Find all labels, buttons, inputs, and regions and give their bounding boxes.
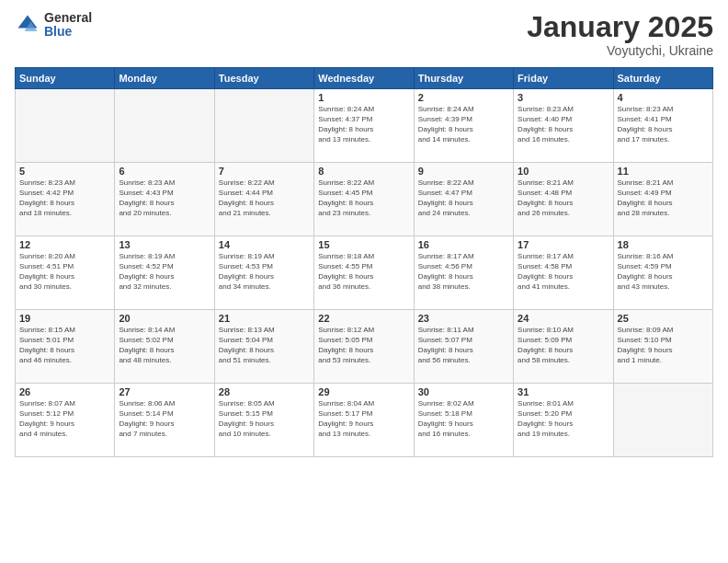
day-info: Sunrise: 8:21 AM Sunset: 4:48 PM Dayligh… <box>518 178 609 218</box>
day-number: 7 <box>219 166 310 177</box>
logo-blue: Blue <box>44 25 92 39</box>
day-info: Sunrise: 8:24 AM Sunset: 4:37 PM Dayligh… <box>318 105 409 144</box>
calendar-cell: 11Sunrise: 8:21 AM Sunset: 4:49 PM Dayli… <box>613 163 712 236</box>
col-wednesday: Wednesday <box>314 68 414 89</box>
day-number: 29 <box>318 386 409 397</box>
calendar-cell: 21Sunrise: 8:13 AM Sunset: 5:04 PM Dayli… <box>214 310 313 384</box>
day-number: 2 <box>418 92 509 103</box>
calendar-cell: 22Sunrise: 8:12 AM Sunset: 5:05 PM Dayli… <box>314 310 414 384</box>
day-number: 10 <box>518 166 609 177</box>
day-number: 8 <box>318 166 409 177</box>
calendar-cell: 7Sunrise: 8:22 AM Sunset: 4:44 PM Daylig… <box>214 163 313 236</box>
day-info: Sunrise: 8:09 AM Sunset: 5:10 PM Dayligh… <box>618 326 709 365</box>
col-tuesday: Tuesday <box>214 68 313 89</box>
day-info: Sunrise: 8:10 AM Sunset: 5:09 PM Dayligh… <box>518 326 609 365</box>
day-info: Sunrise: 8:04 AM Sunset: 5:17 PM Dayligh… <box>318 399 409 439</box>
day-info: Sunrise: 8:12 AM Sunset: 5:05 PM Dayligh… <box>318 326 409 365</box>
col-friday: Friday <box>514 68 613 89</box>
day-number: 15 <box>318 239 409 250</box>
calendar-cell: 4Sunrise: 8:23 AM Sunset: 4:41 PM Daylig… <box>613 89 712 163</box>
calendar-cell <box>613 384 712 457</box>
day-info: Sunrise: 8:21 AM Sunset: 4:49 PM Dayligh… <box>618 178 709 218</box>
calendar: Sunday Monday Tuesday Wednesday Thursday… <box>15 67 713 457</box>
day-number: 17 <box>518 239 609 250</box>
calendar-cell: 26Sunrise: 8:07 AM Sunset: 5:12 PM Dayli… <box>16 384 115 457</box>
day-info: Sunrise: 8:23 AM Sunset: 4:43 PM Dayligh… <box>119 178 210 218</box>
subtitle: Voyutychi, Ukraine <box>527 43 713 58</box>
calendar-cell <box>214 89 313 163</box>
day-info: Sunrise: 8:24 AM Sunset: 4:39 PM Dayligh… <box>418 105 509 144</box>
day-info: Sunrise: 8:05 AM Sunset: 5:15 PM Dayligh… <box>219 399 310 439</box>
day-info: Sunrise: 8:02 AM Sunset: 5:18 PM Dayligh… <box>418 399 509 439</box>
day-number: 16 <box>418 239 509 250</box>
day-info: Sunrise: 8:13 AM Sunset: 5:04 PM Dayligh… <box>219 326 310 365</box>
calendar-cell: 25Sunrise: 8:09 AM Sunset: 5:10 PM Dayli… <box>613 310 712 384</box>
calendar-cell: 8Sunrise: 8:22 AM Sunset: 4:45 PM Daylig… <box>314 163 414 236</box>
day-info: Sunrise: 8:22 AM Sunset: 4:47 PM Dayligh… <box>418 178 509 218</box>
calendar-cell: 12Sunrise: 8:20 AM Sunset: 4:51 PM Dayli… <box>16 236 115 310</box>
day-info: Sunrise: 8:22 AM Sunset: 4:44 PM Dayligh… <box>219 178 310 218</box>
day-info: Sunrise: 8:23 AM Sunset: 4:42 PM Dayligh… <box>19 178 110 218</box>
calendar-cell: 15Sunrise: 8:18 AM Sunset: 4:55 PM Dayli… <box>314 236 414 310</box>
day-number: 20 <box>119 313 210 324</box>
calendar-cell: 6Sunrise: 8:23 AM Sunset: 4:43 PM Daylig… <box>115 163 214 236</box>
header: General Blue January 2025 Voyutychi, Ukr… <box>15 11 713 58</box>
day-number: 12 <box>19 239 110 250</box>
calendar-week-1: 1Sunrise: 8:24 AM Sunset: 4:37 PM Daylig… <box>16 89 713 163</box>
day-info: Sunrise: 8:17 AM Sunset: 4:56 PM Dayligh… <box>418 252 509 292</box>
calendar-cell: 18Sunrise: 8:16 AM Sunset: 4:59 PM Dayli… <box>613 236 712 310</box>
day-number: 25 <box>618 313 709 324</box>
day-info: Sunrise: 8:07 AM Sunset: 5:12 PM Dayligh… <box>19 399 110 439</box>
day-info: Sunrise: 8:23 AM Sunset: 4:41 PM Dayligh… <box>618 105 709 144</box>
day-info: Sunrise: 8:06 AM Sunset: 5:14 PM Dayligh… <box>119 399 210 439</box>
calendar-cell: 9Sunrise: 8:22 AM Sunset: 4:47 PM Daylig… <box>414 163 513 236</box>
calendar-cell <box>16 89 115 163</box>
logo-icon <box>15 12 40 38</box>
title-block: January 2025 Voyutychi, Ukraine <box>527 11 713 58</box>
calendar-cell: 23Sunrise: 8:11 AM Sunset: 5:07 PM Dayli… <box>414 310 513 384</box>
logo: General Blue <box>15 11 92 40</box>
day-number: 1 <box>318 92 409 103</box>
day-info: Sunrise: 8:01 AM Sunset: 5:20 PM Dayligh… <box>518 399 609 439</box>
day-number: 14 <box>219 239 310 250</box>
calendar-week-2: 5Sunrise: 8:23 AM Sunset: 4:42 PM Daylig… <box>16 163 713 236</box>
day-number: 21 <box>219 313 310 324</box>
day-number: 30 <box>418 386 509 397</box>
day-info: Sunrise: 8:14 AM Sunset: 5:02 PM Dayligh… <box>119 326 210 365</box>
day-info: Sunrise: 8:19 AM Sunset: 4:52 PM Dayligh… <box>119 252 210 292</box>
col-monday: Monday <box>115 68 214 89</box>
day-number: 31 <box>518 386 609 397</box>
day-number: 18 <box>618 239 709 250</box>
day-number: 9 <box>418 166 509 177</box>
calendar-cell: 20Sunrise: 8:14 AM Sunset: 5:02 PM Dayli… <box>115 310 214 384</box>
calendar-cell: 14Sunrise: 8:19 AM Sunset: 4:53 PM Dayli… <box>214 236 313 310</box>
col-thursday: Thursday <box>414 68 513 89</box>
logo-general: General <box>44 11 92 25</box>
month-title: January 2025 <box>527 11 713 43</box>
logo-text: General Blue <box>44 11 92 40</box>
day-number: 28 <box>219 386 310 397</box>
calendar-cell: 2Sunrise: 8:24 AM Sunset: 4:39 PM Daylig… <box>414 89 513 163</box>
day-number: 24 <box>518 313 609 324</box>
calendar-cell: 28Sunrise: 8:05 AM Sunset: 5:15 PM Dayli… <box>214 384 313 457</box>
svg-marker-0 <box>18 16 38 29</box>
day-info: Sunrise: 8:18 AM Sunset: 4:55 PM Dayligh… <box>318 252 409 292</box>
calendar-cell: 17Sunrise: 8:17 AM Sunset: 4:58 PM Dayli… <box>514 236 613 310</box>
day-number: 5 <box>19 166 110 177</box>
day-info: Sunrise: 8:19 AM Sunset: 4:53 PM Dayligh… <box>219 252 310 292</box>
calendar-cell: 1Sunrise: 8:24 AM Sunset: 4:37 PM Daylig… <box>314 89 414 163</box>
calendar-cell: 19Sunrise: 8:15 AM Sunset: 5:01 PM Dayli… <box>16 310 115 384</box>
calendar-body: 1Sunrise: 8:24 AM Sunset: 4:37 PM Daylig… <box>16 89 713 457</box>
day-number: 19 <box>19 313 110 324</box>
calendar-cell: 13Sunrise: 8:19 AM Sunset: 4:52 PM Dayli… <box>115 236 214 310</box>
day-number: 13 <box>119 239 210 250</box>
day-info: Sunrise: 8:16 AM Sunset: 4:59 PM Dayligh… <box>618 252 709 292</box>
calendar-cell: 16Sunrise: 8:17 AM Sunset: 4:56 PM Dayli… <box>414 236 513 310</box>
page: General Blue January 2025 Voyutychi, Ukr… <box>0 0 728 563</box>
calendar-week-5: 26Sunrise: 8:07 AM Sunset: 5:12 PM Dayli… <box>16 384 713 457</box>
day-number: 22 <box>318 313 409 324</box>
day-number: 4 <box>618 92 709 103</box>
day-number: 3 <box>518 92 609 103</box>
calendar-week-3: 12Sunrise: 8:20 AM Sunset: 4:51 PM Dayli… <box>16 236 713 310</box>
calendar-cell: 3Sunrise: 8:23 AM Sunset: 4:40 PM Daylig… <box>514 89 613 163</box>
